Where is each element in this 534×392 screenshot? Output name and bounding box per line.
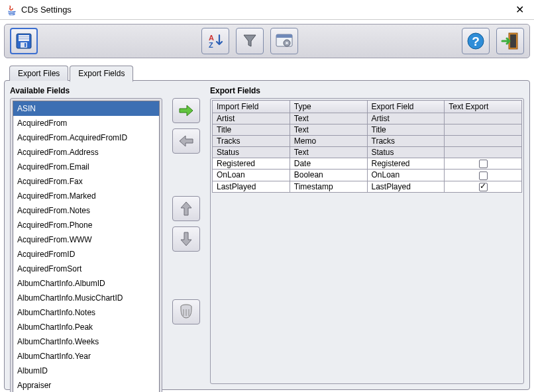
export-fields-title: Export Fields	[210, 86, 524, 95]
cell[interactable]: OnLoan	[367, 170, 445, 181]
cell[interactable]: Text	[290, 124, 367, 136]
arrow-right-icon	[178, 103, 195, 118]
list-item[interactable]: AcquiredFromSort	[13, 262, 159, 276]
exit-button[interactable]	[496, 28, 524, 54]
list-item[interactable]: AlbumChartInfo.MusicChartID	[13, 291, 159, 305]
sort-az-icon: A Z	[207, 32, 224, 50]
cell[interactable]: Artist	[367, 113, 445, 124]
svg-rect-2	[19, 36, 29, 37]
save-button[interactable]	[10, 28, 38, 54]
arrow-left-icon	[178, 134, 195, 148]
help-button[interactable]: ?	[462, 28, 490, 54]
column-header[interactable]: Type	[290, 101, 367, 113]
cell[interactable]: Tracks	[213, 136, 290, 147]
list-item[interactable]: AcquiredFromID	[13, 247, 159, 262]
list-item[interactable]: AlbumID	[13, 364, 159, 378]
cell[interactable]: Timestamp	[290, 181, 367, 192]
list-item[interactable]: AcquiredFrom.Address	[13, 145, 159, 160]
cell[interactable]: Artist	[213, 113, 290, 124]
table-row[interactable]: ArtistTextArtist	[213, 113, 522, 124]
list-item[interactable]: ASIN	[13, 101, 159, 116]
cell[interactable]: Status	[367, 147, 445, 158]
arrow-down-icon	[179, 230, 193, 248]
cell[interactable]: Registered	[367, 158, 445, 170]
checkbox[interactable]	[479, 183, 488, 191]
table-row[interactable]: RegisteredDateRegistered	[213, 158, 522, 170]
table-row[interactable]: StatusTextStatus	[213, 147, 522, 158]
column-header[interactable]: Export Field	[367, 101, 445, 113]
cell[interactable]: Status	[213, 147, 290, 158]
list-item[interactable]: AcquiredFrom.Phone	[13, 218, 159, 232]
svg-text:?: ?	[472, 34, 480, 48]
list-item[interactable]: AcquiredFrom	[13, 116, 159, 130]
cell[interactable]: OnLoan	[213, 170, 290, 181]
cell[interactable]: Memo	[290, 136, 367, 147]
text-export-cell[interactable]	[445, 136, 522, 147]
java-icon	[7, 5, 17, 15]
cell[interactable]: Title	[367, 124, 445, 136]
svg-rect-4	[21, 42, 27, 48]
help-icon: ?	[466, 32, 485, 50]
text-export-cell[interactable]	[445, 124, 522, 136]
cell[interactable]: Title	[213, 124, 290, 136]
list-item[interactable]: AcquiredFrom.Marked	[13, 189, 159, 203]
sort-button[interactable]: A Z	[201, 28, 229, 54]
list-item[interactable]: Appraiser	[13, 378, 159, 392]
text-export-cell[interactable]	[445, 147, 522, 158]
checkbox[interactable]	[479, 172, 488, 180]
settings-button[interactable]	[270, 28, 298, 54]
table-row[interactable]: TitleTextTitle	[213, 124, 522, 136]
cell[interactable]: Date	[290, 158, 367, 170]
move-down-button[interactable]	[172, 226, 200, 252]
cell[interactable]: LastPlayed	[213, 181, 290, 192]
filter-button[interactable]	[236, 28, 264, 54]
list-item[interactable]: AcquiredFrom.Notes	[13, 203, 159, 218]
tab-export-files[interactable]: Export Files	[9, 66, 68, 81]
cell[interactable]: Tracks	[367, 136, 445, 147]
text-export-cell[interactable]	[445, 181, 522, 192]
tab-export-fields[interactable]: Export Fields	[70, 66, 133, 82]
toolbar: A Z ?	[4, 24, 530, 58]
add-button[interactable]	[172, 98, 200, 123]
text-export-cell[interactable]	[445, 158, 522, 170]
table-row[interactable]: LastPlayedTimestampLastPlayed	[213, 181, 522, 192]
list-item[interactable]: AlbumChartInfo.Notes	[13, 305, 159, 320]
list-item[interactable]: AlbumChartInfo.Year	[13, 349, 159, 364]
cell[interactable]: Text	[290, 113, 367, 124]
available-fields-title: Available Fields	[10, 86, 162, 95]
close-button[interactable]: ✕	[511, 3, 527, 16]
arrow-up-icon	[179, 200, 193, 217]
window-gear-icon	[276, 34, 293, 48]
move-up-button[interactable]	[172, 196, 200, 221]
table-row[interactable]: TracksMemoTracks	[213, 136, 522, 147]
cell[interactable]: Registered	[213, 158, 290, 170]
list-item[interactable]: AcquiredFrom.AcquiredFromID	[13, 130, 159, 145]
trash-icon	[179, 303, 193, 320]
remove-button[interactable]	[172, 128, 200, 154]
svg-rect-9	[276, 34, 292, 38]
export-fields-table[interactable]: Import FieldTypeExport FieldText Export …	[212, 100, 522, 193]
cell[interactable]: LastPlayed	[367, 181, 445, 192]
svg-text:Z: Z	[209, 41, 213, 49]
delete-button[interactable]	[172, 299, 200, 324]
list-item[interactable]: AcquiredFrom.Email	[13, 160, 159, 174]
list-item[interactable]: AlbumChartInfo.Weeks	[13, 334, 159, 349]
window-title: CDs Settings	[21, 5, 511, 15]
list-item[interactable]: AcquiredFrom.WWW	[13, 232, 159, 247]
column-header[interactable]: Text Export	[445, 101, 522, 113]
list-item[interactable]: AlbumChartInfo.AlbumID	[13, 276, 159, 291]
svg-rect-1	[19, 35, 29, 41]
list-item[interactable]: AlbumChartInfo.Peak	[13, 320, 159, 334]
list-item[interactable]: AcquiredFrom.Fax	[13, 174, 159, 189]
cell[interactable]: Boolean	[290, 170, 367, 181]
titlebar: CDs Settings ✕	[0, 0, 534, 20]
table-row[interactable]: OnLoanBooleanOnLoan	[213, 170, 522, 181]
cell[interactable]: Text	[290, 147, 367, 158]
available-fields-list[interactable]: ASINAcquiredFromAcquiredFrom.AcquiredFro…	[13, 101, 160, 392]
checkbox[interactable]	[479, 160, 488, 168]
column-header[interactable]: Import Field	[213, 101, 290, 113]
svg-rect-3	[19, 38, 29, 39]
svg-point-11	[286, 42, 288, 44]
text-export-cell[interactable]	[445, 170, 522, 181]
text-export-cell[interactable]	[445, 113, 522, 124]
